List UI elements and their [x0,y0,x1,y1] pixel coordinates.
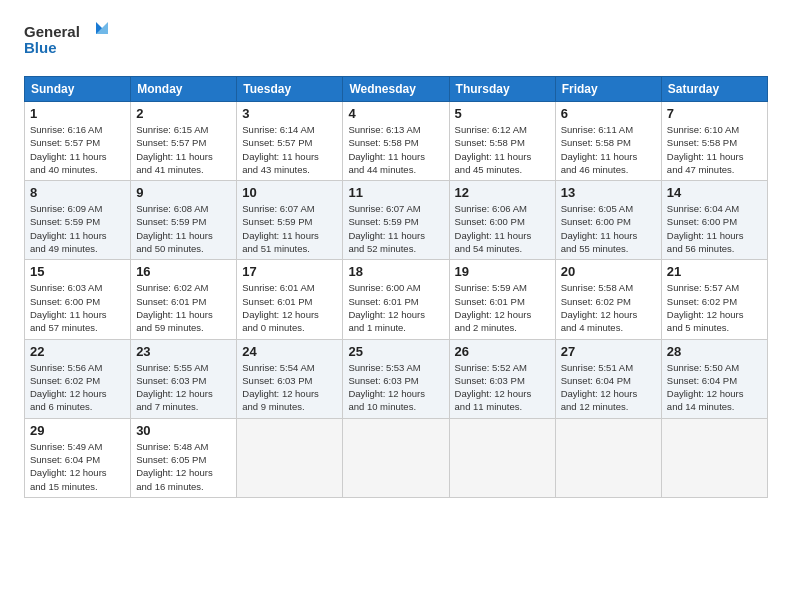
calendar-cell: 24Sunrise: 5:54 AMSunset: 6:03 PMDayligh… [237,339,343,418]
calendar-table: SundayMondayTuesdayWednesdayThursdayFrid… [24,76,768,498]
day-info: Sunrise: 5:59 AMSunset: 6:01 PMDaylight:… [455,281,550,334]
day-number: 19 [455,264,550,279]
header: General Blue [24,20,768,64]
calendar-cell: 26Sunrise: 5:52 AMSunset: 6:03 PMDayligh… [449,339,555,418]
calendar-week-1: 1Sunrise: 6:16 AMSunset: 5:57 PMDaylight… [25,102,768,181]
day-info: Sunrise: 6:14 AMSunset: 5:57 PMDaylight:… [242,123,337,176]
weekday-header-saturday: Saturday [661,77,767,102]
day-number: 21 [667,264,762,279]
day-number: 24 [242,344,337,359]
calendar-cell: 8Sunrise: 6:09 AMSunset: 5:59 PMDaylight… [25,181,131,260]
day-number: 5 [455,106,550,121]
day-info: Sunrise: 6:04 AMSunset: 6:00 PMDaylight:… [667,202,762,255]
calendar-cell: 6Sunrise: 6:11 AMSunset: 5:58 PMDaylight… [555,102,661,181]
day-info: Sunrise: 5:51 AMSunset: 6:04 PMDaylight:… [561,361,656,414]
weekday-header-tuesday: Tuesday [237,77,343,102]
calendar-cell: 9Sunrise: 6:08 AMSunset: 5:59 PMDaylight… [131,181,237,260]
calendar-cell: 3Sunrise: 6:14 AMSunset: 5:57 PMDaylight… [237,102,343,181]
day-number: 14 [667,185,762,200]
day-number: 2 [136,106,231,121]
calendar-header-row: SundayMondayTuesdayWednesdayThursdayFrid… [25,77,768,102]
day-info: Sunrise: 6:09 AMSunset: 5:59 PMDaylight:… [30,202,125,255]
calendar-cell [449,418,555,497]
calendar-cell: 23Sunrise: 5:55 AMSunset: 6:03 PMDayligh… [131,339,237,418]
calendar-week-5: 29Sunrise: 5:49 AMSunset: 6:04 PMDayligh… [25,418,768,497]
calendar-cell: 18Sunrise: 6:00 AMSunset: 6:01 PMDayligh… [343,260,449,339]
day-number: 6 [561,106,656,121]
calendar-cell: 10Sunrise: 6:07 AMSunset: 5:59 PMDayligh… [237,181,343,260]
calendar-cell: 19Sunrise: 5:59 AMSunset: 6:01 PMDayligh… [449,260,555,339]
day-number: 1 [30,106,125,121]
day-info: Sunrise: 6:13 AMSunset: 5:58 PMDaylight:… [348,123,443,176]
day-number: 23 [136,344,231,359]
day-number: 4 [348,106,443,121]
day-info: Sunrise: 5:53 AMSunset: 6:03 PMDaylight:… [348,361,443,414]
day-info: Sunrise: 6:05 AMSunset: 6:00 PMDaylight:… [561,202,656,255]
calendar-cell: 30Sunrise: 5:48 AMSunset: 6:05 PMDayligh… [131,418,237,497]
day-info: Sunrise: 5:52 AMSunset: 6:03 PMDaylight:… [455,361,550,414]
calendar-week-4: 22Sunrise: 5:56 AMSunset: 6:02 PMDayligh… [25,339,768,418]
day-info: Sunrise: 6:15 AMSunset: 5:57 PMDaylight:… [136,123,231,176]
svg-text:General: General [24,23,80,40]
day-info: Sunrise: 6:06 AMSunset: 6:00 PMDaylight:… [455,202,550,255]
day-info: Sunrise: 6:12 AMSunset: 5:58 PMDaylight:… [455,123,550,176]
calendar-cell [343,418,449,497]
day-number: 28 [667,344,762,359]
calendar-cell: 22Sunrise: 5:56 AMSunset: 6:02 PMDayligh… [25,339,131,418]
day-info: Sunrise: 5:58 AMSunset: 6:02 PMDaylight:… [561,281,656,334]
weekday-header-thursday: Thursday [449,77,555,102]
day-number: 13 [561,185,656,200]
calendar-cell: 21Sunrise: 5:57 AMSunset: 6:02 PMDayligh… [661,260,767,339]
calendar-cell: 16Sunrise: 6:02 AMSunset: 6:01 PMDayligh… [131,260,237,339]
day-info: Sunrise: 5:50 AMSunset: 6:04 PMDaylight:… [667,361,762,414]
day-number: 30 [136,423,231,438]
day-info: Sunrise: 5:56 AMSunset: 6:02 PMDaylight:… [30,361,125,414]
day-info: Sunrise: 6:00 AMSunset: 6:01 PMDaylight:… [348,281,443,334]
calendar-cell: 1Sunrise: 6:16 AMSunset: 5:57 PMDaylight… [25,102,131,181]
calendar-cell: 27Sunrise: 5:51 AMSunset: 6:04 PMDayligh… [555,339,661,418]
calendar-cell: 7Sunrise: 6:10 AMSunset: 5:58 PMDaylight… [661,102,767,181]
day-number: 20 [561,264,656,279]
weekday-header-friday: Friday [555,77,661,102]
calendar-cell: 13Sunrise: 6:05 AMSunset: 6:00 PMDayligh… [555,181,661,260]
day-number: 3 [242,106,337,121]
weekday-header-monday: Monday [131,77,237,102]
day-number: 9 [136,185,231,200]
day-number: 15 [30,264,125,279]
day-info: Sunrise: 5:49 AMSunset: 6:04 PMDaylight:… [30,440,125,493]
logo-svg: General Blue [24,20,114,64]
day-number: 26 [455,344,550,359]
calendar-cell: 17Sunrise: 6:01 AMSunset: 6:01 PMDayligh… [237,260,343,339]
day-info: Sunrise: 6:07 AMSunset: 5:59 PMDaylight:… [242,202,337,255]
weekday-header-sunday: Sunday [25,77,131,102]
calendar-cell: 14Sunrise: 6:04 AMSunset: 6:00 PMDayligh… [661,181,767,260]
day-number: 7 [667,106,762,121]
day-number: 29 [30,423,125,438]
day-number: 25 [348,344,443,359]
day-number: 16 [136,264,231,279]
day-number: 10 [242,185,337,200]
calendar-cell: 12Sunrise: 6:06 AMSunset: 6:00 PMDayligh… [449,181,555,260]
calendar-cell: 5Sunrise: 6:12 AMSunset: 5:58 PMDaylight… [449,102,555,181]
page: General Blue SundayMondayTuesdayWednesda… [0,0,792,612]
day-number: 22 [30,344,125,359]
day-info: Sunrise: 6:07 AMSunset: 5:59 PMDaylight:… [348,202,443,255]
day-info: Sunrise: 5:57 AMSunset: 6:02 PMDaylight:… [667,281,762,334]
day-number: 12 [455,185,550,200]
calendar-cell: 20Sunrise: 5:58 AMSunset: 6:02 PMDayligh… [555,260,661,339]
calendar-week-3: 15Sunrise: 6:03 AMSunset: 6:00 PMDayligh… [25,260,768,339]
day-info: Sunrise: 6:01 AMSunset: 6:01 PMDaylight:… [242,281,337,334]
day-number: 18 [348,264,443,279]
day-number: 11 [348,185,443,200]
calendar-cell: 29Sunrise: 5:49 AMSunset: 6:04 PMDayligh… [25,418,131,497]
calendar-cell [661,418,767,497]
day-number: 27 [561,344,656,359]
logo: General Blue [24,20,114,64]
weekday-header-wednesday: Wednesday [343,77,449,102]
calendar-cell: 4Sunrise: 6:13 AMSunset: 5:58 PMDaylight… [343,102,449,181]
calendar-cell: 15Sunrise: 6:03 AMSunset: 6:00 PMDayligh… [25,260,131,339]
calendar-cell [555,418,661,497]
day-info: Sunrise: 6:10 AMSunset: 5:58 PMDaylight:… [667,123,762,176]
day-info: Sunrise: 6:08 AMSunset: 5:59 PMDaylight:… [136,202,231,255]
calendar-cell: 2Sunrise: 6:15 AMSunset: 5:57 PMDaylight… [131,102,237,181]
